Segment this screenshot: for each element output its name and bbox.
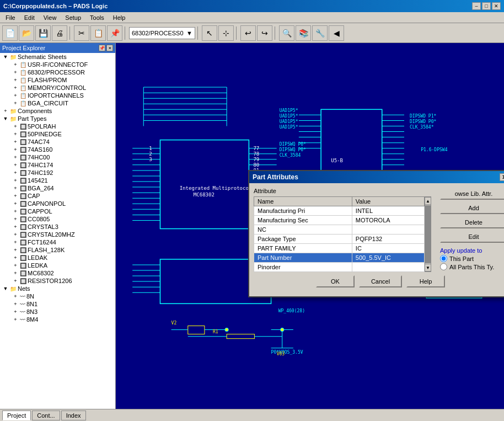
folder-icon: 📁 bbox=[10, 54, 17, 60]
edit-button[interactable]: Edit bbox=[440, 231, 504, 243]
new-button[interactable]: 📄 bbox=[2, 25, 18, 41]
wand-button[interactable]: 🔧 bbox=[312, 25, 328, 41]
tree-net-8m4[interactable]: + 〰 8M4 bbox=[0, 316, 115, 323]
tree-sheet-3[interactable]: + 📋 FLASH/PROM bbox=[0, 76, 115, 84]
pointer-button[interactable]: ↖ bbox=[202, 25, 217, 41]
open-button[interactable]: 📂 bbox=[19, 25, 34, 41]
tree-part-ledak[interactable]: + 🔲 LEDAK bbox=[0, 254, 115, 262]
tree-part-bga264[interactable]: + 🔲 BGA_264 bbox=[0, 184, 115, 192]
menu-setup[interactable]: Setup bbox=[62, 14, 84, 22]
add-button[interactable]: Add bbox=[440, 202, 504, 214]
tree-sheet-4[interactable]: + 📋 MEMORY/CONTROL bbox=[0, 84, 115, 92]
copy-button[interactable]: 📋 bbox=[90, 25, 106, 41]
tree-net-8n[interactable]: + 〰 8N bbox=[0, 292, 115, 300]
table-scrollbar[interactable]: ▲ ▼ bbox=[425, 196, 431, 272]
tree-part-crystal20mhz[interactable]: + 🔲 CRYSTAL20MHZ bbox=[0, 231, 115, 238]
radio-all-parts-input[interactable] bbox=[440, 263, 447, 270]
tree-part-5polrah[interactable]: + 🔲 5POLRAH bbox=[0, 122, 115, 130]
svg-text:WP_460(28): WP_460(28) bbox=[278, 308, 305, 313]
tree-part-74ac74[interactable]: + 🔲 74AC74 bbox=[0, 138, 115, 146]
tree-sheet-6[interactable]: + 📋 BGA_CIRCUIT bbox=[0, 99, 115, 107]
tree-part-74as160[interactable]: + 🔲 74AS160 bbox=[0, 146, 115, 153]
tree-sheet-2[interactable]: + 📋 68302/PROCESSOR bbox=[0, 68, 115, 76]
index-tab-button[interactable]: Index bbox=[61, 411, 86, 420]
back-button[interactable]: ◀ bbox=[329, 25, 344, 41]
radio-this-part-input[interactable] bbox=[440, 255, 447, 262]
tree-sheet-5[interactable]: + 📋 IOPORTCHANNELS bbox=[0, 92, 115, 99]
menu-tools[interactable]: Tools bbox=[87, 14, 108, 22]
tree-nets[interactable]: ▼ 📁 Nets bbox=[0, 285, 115, 292]
tree-part-50pinedge[interactable]: + 🔲 50PINEDGE bbox=[0, 130, 115, 138]
tree-part-mc68302[interactable]: + 🔲 MC68302 bbox=[0, 269, 115, 277]
part-icon: 🔲 bbox=[20, 131, 26, 137]
sheet-label: FLASH/PROM bbox=[28, 77, 67, 83]
maximize-button[interactable]: □ bbox=[482, 2, 491, 10]
tree-part-crystal3[interactable]: + 🔲 CRYSTAL3 bbox=[0, 223, 115, 231]
tree-components[interactable]: + 📁 Components bbox=[0, 107, 115, 115]
save-button[interactable]: 💾 bbox=[35, 25, 51, 41]
project-tab-button[interactable]: Project bbox=[2, 411, 31, 420]
cancel-button[interactable]: Cancel bbox=[359, 275, 402, 287]
tree-net-8n1[interactable]: + 〰 8N1 bbox=[0, 300, 115, 308]
tree-part-cc0805[interactable]: + 🔲 CC0805 bbox=[0, 215, 115, 223]
zoom-button[interactable]: 🔍 bbox=[279, 25, 294, 41]
table-row[interactable]: Manufacturing Pri INTEL bbox=[254, 206, 425, 216]
panel-close-button[interactable]: ✕ bbox=[106, 45, 113, 51]
tree-part-types[interactable]: ▼ 📁 Part Types bbox=[0, 115, 115, 122]
redo-button[interactable]: ↪ bbox=[257, 25, 272, 41]
menu-help[interactable]: Help bbox=[110, 14, 129, 22]
tree-part-145421[interactable]: + 🔲 145421 bbox=[0, 177, 115, 184]
tree-part-74hc174[interactable]: + 🔲 74HC174 bbox=[0, 161, 115, 169]
print-button[interactable]: 🖨 bbox=[52, 25, 67, 41]
tree-part-cap[interactable]: + 🔲 CAP bbox=[0, 192, 115, 200]
table-row-selected[interactable]: Part Number 500_5.5V_IC bbox=[254, 253, 425, 263]
cut-button[interactable]: ✂ bbox=[74, 25, 89, 41]
menu-edit[interactable]: Edit bbox=[21, 14, 38, 22]
tree-sheet-1[interactable]: + 📋 USR-IF/CONNECTOF bbox=[0, 61, 115, 68]
svg-text:V03: V03 bbox=[277, 351, 285, 356]
close-button[interactable]: ✕ bbox=[492, 2, 501, 10]
schematic-canvas-area[interactable]: Integrated Multiprotocol Processor MC683… bbox=[116, 43, 504, 409]
tree-part-ledka[interactable]: + 🔲 LEDKA bbox=[0, 262, 115, 269]
panel-pin-button[interactable]: 📌 bbox=[99, 45, 105, 51]
table-row[interactable]: Manufacturing Sec MOTOROLA bbox=[254, 216, 425, 225]
paste-button[interactable]: 📌 bbox=[107, 25, 122, 41]
tree-container[interactable]: ▼ 📁 Schematic Sheets + 📋 USR-IF/CONNECTO… bbox=[0, 53, 115, 409]
tree-part-flash128k[interactable]: + 🔲 FLASH_128K bbox=[0, 246, 115, 254]
tree-schematic-sheets[interactable]: ▼ 📁 Schematic Sheets bbox=[0, 53, 115, 61]
library-button[interactable]: 📚 bbox=[296, 25, 311, 41]
table-row[interactable]: Pinorder bbox=[254, 263, 425, 272]
minimize-button[interactable]: – bbox=[472, 2, 481, 10]
help-button[interactable]: Help bbox=[406, 275, 445, 287]
radio-this-part[interactable]: This Part bbox=[440, 255, 504, 262]
table-row[interactable]: Package Type PQFP132 bbox=[254, 235, 425, 244]
menu-view[interactable]: View bbox=[40, 14, 60, 22]
scroll-thumb[interactable] bbox=[425, 205, 431, 263]
expand-icon: + bbox=[11, 247, 20, 253]
table-row[interactable]: NC bbox=[254, 225, 425, 235]
browse-lib-button[interactable]: owse Lib. Attr. bbox=[440, 188, 504, 200]
sheet-dropdown[interactable]: 68302/PROCESS0 ▼ bbox=[129, 27, 195, 39]
tree-part-resistor1206[interactable]: + 🔲 RESISTOR1206 bbox=[0, 277, 115, 285]
attr-value: 500_5.5V_IC bbox=[352, 253, 424, 263]
scroll-up-arrow[interactable]: ▲ bbox=[425, 197, 431, 205]
table-row[interactable]: PART FAMILY IC bbox=[254, 244, 425, 253]
part-label: 74HC00 bbox=[28, 154, 50, 161]
menu-file[interactable]: File bbox=[2, 14, 19, 22]
expand-icon: + bbox=[11, 232, 20, 237]
tree-part-cappol[interactable]: + 🔲 CAPPOL bbox=[0, 207, 115, 215]
select-button[interactable]: ⊹ bbox=[218, 25, 234, 41]
tree-part-74hc192[interactable]: + 🔲 74HC192 bbox=[0, 169, 115, 177]
dialog-close-button[interactable]: ✕ bbox=[500, 173, 504, 181]
part-attributes-dialog[interactable]: Part Attributes ✕ Attribute bbox=[248, 170, 504, 297]
tree-net-8n3[interactable]: + 〰 8N3 bbox=[0, 308, 115, 316]
scroll-down-arrow[interactable]: ▼ bbox=[425, 264, 431, 271]
ok-button[interactable]: OK bbox=[316, 275, 355, 287]
tree-part-74hc00[interactable]: + 🔲 74HC00 bbox=[0, 153, 115, 161]
tree-part-capnonpol[interactable]: + 🔲 CAPNONPOL bbox=[0, 200, 115, 207]
tree-part-fct16244[interactable]: + 🔲 FCT16244 bbox=[0, 238, 115, 246]
delete-button[interactable]: Delete bbox=[440, 216, 504, 228]
undo-button[interactable]: ↩ bbox=[240, 25, 256, 41]
contents-tab-button[interactable]: Cont... bbox=[32, 411, 60, 420]
radio-all-parts[interactable]: All Parts This Ty. bbox=[440, 263, 504, 270]
